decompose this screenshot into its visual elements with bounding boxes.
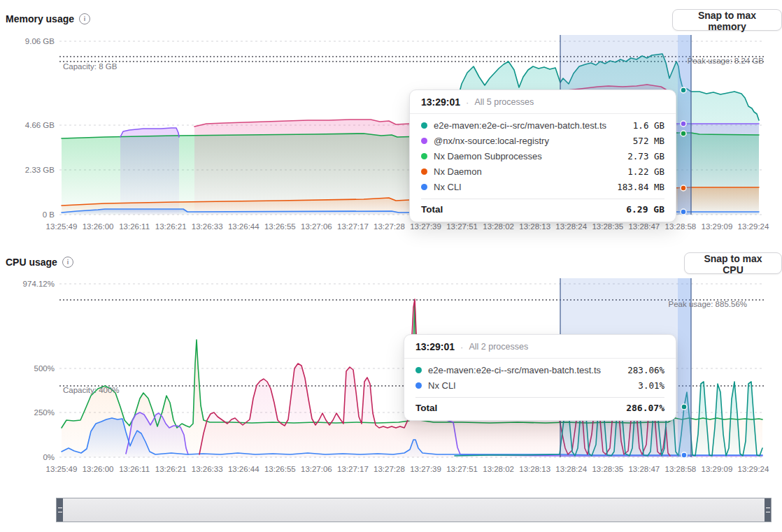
series-color-dot-icon [421, 168, 427, 175]
series-name: e2e-maven:e2e-ci--src/maven-batch.test.t… [428, 365, 621, 375]
tooltip-series-row: @nx/nx-source:local-registry572 MB [421, 133, 664, 148]
series-name: Nx CLI [428, 380, 632, 391]
svg-text:13:26:55: 13:26:55 [264, 222, 296, 231]
svg-text:4.66 GB: 4.66 GB [25, 121, 55, 129]
svg-text:Peak usage: 885.56%: Peak usage: 885.56% [668, 300, 747, 308]
memory-section-header: Memory usage i [6, 13, 90, 24]
svg-text:13:27:39: 13:27:39 [410, 465, 441, 473]
cpu-tooltip-rows: e2e-maven:e2e-ci--src/maven-batch.test.t… [404, 359, 676, 393]
charts-canvas: 9.06 GB4.66 GB2.33 GB0 B13:25:4913:26:00… [0, 0, 782, 532]
svg-text:13:28:24: 13:28:24 [555, 222, 587, 231]
svg-text:13:27:39: 13:27:39 [410, 222, 441, 231]
svg-text:13:28:35: 13:28:35 [592, 222, 623, 231]
snap-to-max-memory-button[interactable]: Snap to max memory [672, 9, 782, 31]
svg-text:0%: 0% [43, 453, 55, 461]
tooltip-series-row: Nx Daemon Subprocesses2.73 GB [421, 148, 664, 164]
memory-tooltip: 13:29:01 · All 5 processes e2e-maven:e2e… [409, 89, 676, 222]
tooltip-series-row: Nx CLI3.01% [415, 378, 664, 393]
svg-text:0 B: 0 B [43, 210, 55, 219]
svg-text:13:28:35: 13:28:35 [592, 465, 623, 473]
tooltip-time: 13:29:01 [421, 96, 460, 108]
series-name: e2e-maven:e2e-ci--src/maven-batch.test.t… [434, 120, 627, 131]
svg-text:13:28:47: 13:28:47 [628, 222, 660, 231]
svg-text:Peak usage: 8.24 GB: Peak usage: 8.24 GB [688, 57, 765, 65]
tooltip-total-value: 286.07% [626, 403, 664, 413]
series-name: @nx/nx-source:local-registry [434, 136, 627, 146]
memory-tooltip-total: Total 6.29 GB [421, 199, 664, 222]
series-color-dot-icon [421, 122, 427, 129]
svg-text:13:26:11: 13:26:11 [119, 465, 150, 473]
series-color-dot-icon [415, 382, 422, 389]
series-name: Nx Daemon [434, 166, 621, 177]
svg-text:500%: 500% [34, 364, 55, 373]
svg-text:13:28:13: 13:28:13 [519, 465, 550, 473]
tooltip-series-row: e2e-maven:e2e-ci--src/maven-batch.test.t… [415, 362, 664, 378]
svg-text:13:26:21: 13:26:21 [155, 465, 187, 473]
grip-icon [766, 508, 770, 512]
series-color-dot-icon [421, 153, 427, 159]
memory-tooltip-header: 13:29:01 · All 5 processes [410, 90, 676, 114]
svg-text:13:26:00: 13:26:00 [83, 222, 114, 231]
profiler-page: 9.06 GB4.66 GB2.33 GB0 B13:25:4913:26:00… [0, 0, 782, 532]
svg-text:250%: 250% [34, 408, 55, 417]
svg-text:2.33 GB: 2.33 GB [25, 166, 55, 174]
series-value: 283.06% [627, 365, 664, 375]
tooltip-series-row: Nx CLI183.84 MB [421, 179, 664, 194]
brush-track[interactable] [63, 498, 765, 522]
series-value: 1.6 GB [633, 120, 664, 131]
series-name: Nx CLI [434, 182, 611, 192]
svg-text:13:28:02: 13:28:02 [483, 222, 514, 231]
cpu-tooltip: 13:29:01 · All 2 processes e2e-maven:e2e… [404, 334, 676, 421]
series-color-dot-icon [415, 367, 422, 373]
svg-text:13:27:51: 13:27:51 [446, 465, 478, 473]
svg-text:13:28:47: 13:28:47 [628, 465, 660, 473]
svg-text:13:29:09: 13:29:09 [702, 465, 733, 473]
svg-text:13:28:24: 13:28:24 [555, 465, 587, 473]
tooltip-time: 13:29:01 [415, 341, 455, 352]
svg-text:13:26:55: 13:26:55 [264, 465, 296, 473]
cpu-section-header: CPU usage i [6, 257, 73, 268]
series-name: Nx Daemon Subprocesses [434, 151, 621, 161]
svg-text:Capacity: 400%: Capacity: 400% [63, 386, 120, 394]
info-icon[interactable]: i [62, 257, 73, 268]
svg-text:13:27:17: 13:27:17 [337, 222, 369, 231]
svg-text:13:28:02: 13:28:02 [483, 465, 514, 473]
series-color-dot-icon [421, 184, 427, 190]
snap-to-max-cpu-button[interactable]: Snap to max CPU [684, 252, 782, 274]
svg-text:13:28:58: 13:28:58 [665, 222, 697, 231]
time-range-brush[interactable] [56, 498, 772, 522]
svg-text:13:27:28: 13:27:28 [374, 222, 405, 231]
series-value: 2.73 GB [627, 151, 664, 161]
series-value: 183.84 MB [617, 182, 664, 192]
svg-text:13:29:24: 13:29:24 [738, 222, 769, 231]
svg-text:Capacity: 8 GB: Capacity: 8 GB [63, 62, 118, 71]
svg-text:13:27:06: 13:27:06 [301, 222, 332, 231]
tooltip-total-value: 6.29 GB [626, 204, 664, 215]
series-color-dot-icon [421, 138, 427, 144]
tooltip-separator: · [466, 97, 469, 108]
svg-text:974.12%: 974.12% [23, 280, 55, 288]
svg-text:13:26:21: 13:26:21 [155, 222, 187, 231]
svg-text:13:26:44: 13:26:44 [228, 222, 260, 231]
svg-text:13:26:33: 13:26:33 [192, 465, 223, 473]
cpu-section-title: CPU usage [6, 257, 57, 268]
tooltip-separator: · [460, 342, 463, 352]
brush-handle-left[interactable] [57, 498, 63, 522]
svg-text:13:27:51: 13:27:51 [446, 222, 478, 231]
series-value: 3.01% [638, 380, 664, 391]
svg-text:13:29:24: 13:29:24 [738, 465, 769, 473]
svg-text:13:27:28: 13:27:28 [374, 465, 405, 473]
tooltip-total-label: Total [421, 204, 443, 215]
svg-text:9.06 GB: 9.06 GB [25, 37, 55, 45]
svg-text:13:26:44: 13:26:44 [228, 465, 260, 473]
cpu-tooltip-header: 13:29:01 · All 2 processes [404, 335, 676, 359]
tooltip-subtitle: All 2 processes [469, 342, 528, 352]
svg-text:13:27:06: 13:27:06 [301, 465, 332, 473]
memory-section-title: Memory usage [6, 13, 74, 24]
info-icon[interactable]: i [79, 13, 90, 24]
svg-text:13:26:33: 13:26:33 [192, 222, 223, 231]
series-value: 572 MB [633, 136, 664, 146]
svg-text:13:25:49: 13:25:49 [46, 465, 78, 473]
brush-handle-right[interactable] [765, 498, 771, 522]
svg-text:13:26:00: 13:26:00 [83, 465, 114, 473]
